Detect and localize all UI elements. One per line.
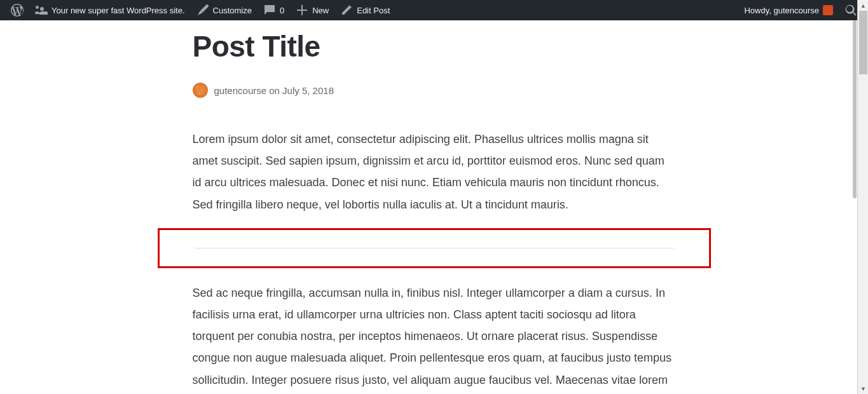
separator-highlight — [158, 228, 711, 268]
admin-bar-right: Howdy, gutencourse — [738, 0, 863, 20]
plus-icon — [296, 4, 308, 17]
comment-icon — [263, 4, 276, 17]
post-byline: gutencourse on July 5, 2018 — [214, 85, 334, 96]
customize-label: Customize — [213, 6, 252, 15]
author-avatar[interactable] — [193, 83, 208, 98]
pencil-icon — [340, 4, 353, 17]
new-label: New — [312, 6, 329, 15]
dashboard-icon — [35, 4, 48, 17]
wp-admin-bar: Your new super fast WordPress site. Cust… — [0, 0, 868, 20]
paragraph-1: Lorem ipsum dolor sit amet, consectetur … — [193, 128, 676, 215]
avatar — [823, 5, 833, 15]
edit-post-link[interactable]: Edit Post — [334, 0, 396, 20]
post-meta: gutencourse on July 5, 2018 — [193, 83, 676, 98]
post-article: Post Title gutencourse on July 5, 2018 L… — [193, 29, 676, 394]
customize-link[interactable]: Customize — [191, 0, 258, 20]
howdy-text: Howdy, gutencourse — [744, 6, 819, 15]
content-scrollbar[interactable] — [852, 20, 857, 394]
separator-block[interactable] — [195, 248, 674, 248]
edit-post-label: Edit Post — [357, 6, 390, 15]
scroll-down-button[interactable]: ▼ — [858, 383, 868, 394]
new-content-menu[interactable]: New — [290, 0, 334, 20]
admin-bar-left: Your new super fast WordPress site. Cust… — [5, 0, 396, 20]
window-scrollbar-thumb[interactable] — [859, 11, 867, 74]
site-title-text: Your new super fast WordPress site. — [52, 6, 185, 15]
content-scrollbar-thumb[interactable] — [853, 20, 857, 198]
post-title: Post Title — [193, 29, 676, 64]
site-name-menu[interactable]: Your new super fast WordPress site. — [29, 0, 191, 20]
brush-icon — [196, 4, 209, 17]
paragraph-2: Sed ac neque fringilla, accumsan nulla i… — [193, 282, 676, 394]
comment-count: 0 — [280, 6, 284, 15]
window-scrollbar[interactable]: ▲ ▼ — [857, 0, 868, 394]
scroll-up-button[interactable]: ▲ — [858, 0, 868, 11]
page-content: Post Title gutencourse on July 5, 2018 L… — [0, 20, 868, 394]
wp-logo-menu[interactable] — [5, 0, 29, 20]
wordpress-logo-icon — [11, 4, 24, 17]
my-account-menu[interactable]: Howdy, gutencourse — [738, 0, 839, 20]
comments-link[interactable]: 0 — [258, 0, 290, 20]
search-icon — [844, 4, 857, 17]
post-body: Lorem ipsum dolor sit amet, consectetur … — [193, 128, 676, 394]
